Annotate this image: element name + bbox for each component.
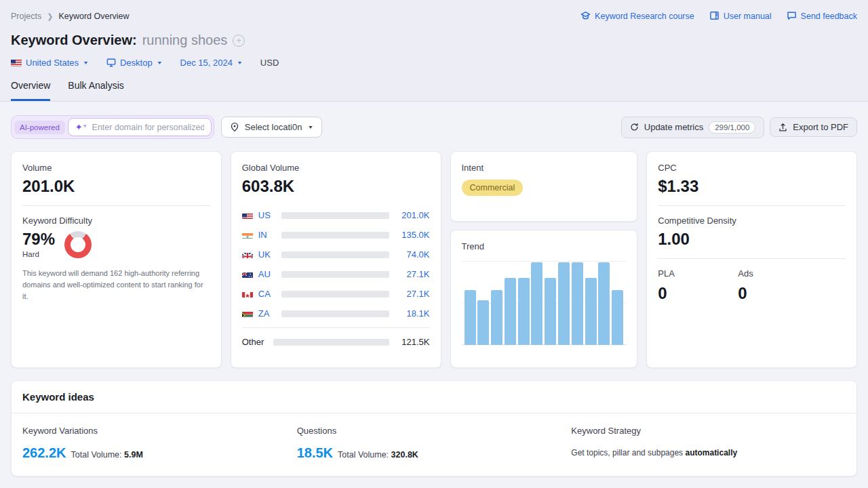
- update-metrics-button[interactable]: Update metrics 299/1,000: [621, 117, 765, 138]
- update-quota-badge: 299/1,000: [709, 121, 755, 134]
- volume-bar: [281, 271, 389, 278]
- chevron-down-icon: ▼: [237, 60, 243, 66]
- trend-bar-2: [477, 300, 489, 345]
- page-title-keyword: running shoes: [142, 33, 228, 48]
- add-keyword-icon[interactable]: +: [233, 35, 245, 47]
- country-filter[interactable]: United States ▼: [11, 58, 89, 68]
- breadcrumb-projects[interactable]: Projects: [11, 12, 41, 21]
- tab-bulk-analysis[interactable]: Bulk Analysis: [68, 80, 123, 101]
- export-pdf-label: Export to PDF: [793, 122, 848, 132]
- cpc-label: CPC: [658, 163, 846, 173]
- difficulty-donut-chart: [64, 231, 92, 258]
- keyword-difficulty-value: 79%: [22, 230, 55, 249]
- au-flag-icon: [242, 270, 253, 278]
- breadcrumb-current: Keyword Overview: [58, 12, 129, 21]
- keyword-ideas-card: Keyword ideas Keyword Variations 262.2K …: [11, 380, 857, 476]
- header-links: Keyword Research courseUser manualSend f…: [580, 11, 857, 22]
- country-code[interactable]: US: [258, 210, 276, 220]
- country-code[interactable]: CA: [258, 289, 276, 299]
- keyword-overview-page: Projects ❯ Keyword Overview Keyword Rese…: [0, 0, 868, 488]
- device-filter-label: Desktop: [120, 58, 153, 68]
- volume-bar: [273, 339, 389, 346]
- questions-total-value: 320.8K: [391, 450, 418, 460]
- location-select-label: Select locati0n: [245, 122, 302, 132]
- page-header: Projects ❯ Keyword Overview Keyword Rese…: [0, 0, 868, 102]
- keyword-difficulty-tag: Hard: [22, 250, 55, 258]
- keyword-variations-section: Keyword Variations 262.2K Total Volume: …: [22, 426, 297, 461]
- variations-total-value: 5.9M: [124, 450, 143, 460]
- ai-powered-badge: AI-powered: [14, 121, 65, 134]
- book-icon: [709, 11, 719, 22]
- export-icon: [778, 123, 787, 132]
- volume-value: 201.0K: [22, 177, 75, 196]
- ca-flag-icon: [242, 290, 253, 298]
- ai-domain-group: AI-powered ✦⁺: [11, 115, 214, 139]
- country-row-uk: UK74.0K: [242, 245, 430, 264]
- domain-input[interactable]: [92, 123, 204, 132]
- country-code[interactable]: IN: [258, 230, 276, 240]
- update-metrics-label: Update metrics: [644, 122, 703, 132]
- keyword-research-course-link[interactable]: Keyword Research course: [580, 11, 694, 22]
- cpc-value: $1.33: [658, 177, 846, 196]
- chevron-right-icon: ❯: [47, 12, 53, 21]
- other-volume: 121.5K: [395, 337, 430, 347]
- user-manual-link[interactable]: User manual: [709, 11, 772, 22]
- us-flag-icon: [11, 59, 22, 66]
- keyword-strategy-section: Keyword Strategy Get topics, pillar and …: [571, 426, 846, 461]
- questions-section: Questions 18.5K Total Volume: 320.8K: [297, 426, 572, 461]
- device-filter[interactable]: Desktop ▼: [106, 58, 163, 68]
- refresh-icon: [630, 123, 639, 131]
- country-filter-label: United States: [26, 58, 79, 68]
- intent-label: Intent: [462, 163, 627, 173]
- keyword-difficulty-note: This keyword will demand 162 high-author…: [22, 268, 210, 302]
- trend-card: Trend: [450, 230, 638, 368]
- volume-bar: [281, 251, 389, 258]
- export-pdf-button[interactable]: Export to PDF: [770, 117, 857, 137]
- country-code[interactable]: ZA: [258, 308, 276, 319]
- strategy-text: Get topics, pillar and subpages: [571, 448, 685, 458]
- trend-bar-5: [518, 278, 530, 345]
- questions-count[interactable]: 18.5K: [297, 445, 333, 461]
- trend-bar-9: [572, 262, 583, 345]
- country-volume-list: US201.0KIN135.0KUK74.0KAU27.1KCA27.1KZA1…: [242, 205, 430, 352]
- us-flag-icon: [242, 211, 253, 219]
- trend-bar-4: [505, 278, 516, 345]
- intent-badge[interactable]: Commercial: [462, 180, 524, 196]
- country-volume: 27.1K: [395, 289, 430, 299]
- country-row-us: US201.0K: [242, 205, 430, 225]
- volume-bar: [281, 310, 389, 317]
- volume-bar: [281, 291, 389, 298]
- send-feedback-link[interactable]: Send feedback: [787, 11, 857, 22]
- questions-label: Questions: [297, 426, 572, 436]
- trend-bar-10: [585, 278, 597, 345]
- volume-bar: [281, 232, 389, 239]
- strategy-text-bold: automatically: [685, 448, 737, 458]
- trend-bar-7: [545, 278, 556, 345]
- country-code[interactable]: AU: [258, 269, 276, 279]
- location-pin-icon: [230, 122, 239, 132]
- ads-label: Ads: [738, 268, 818, 279]
- country-row-ca: CA27.1K: [242, 284, 430, 304]
- date-filter[interactable]: Dec 15, 2024 ▼: [180, 58, 243, 68]
- main-content: AI-powered ✦⁺ Select locati0n ▼ Update m…: [0, 102, 868, 488]
- chat-icon: [787, 11, 797, 22]
- keyword-ideas-title: Keyword ideas: [12, 381, 856, 413]
- trend-bar-11: [598, 262, 610, 345]
- trend-bar-12: [612, 290, 623, 345]
- keyword-difficulty-label: Keyword Difficulty: [22, 216, 210, 226]
- chevron-down-icon: ▼: [157, 60, 163, 66]
- competitive-density-label: Competitive Density: [658, 216, 846, 226]
- volume-bar: [281, 212, 389, 219]
- page-title: Keyword Overview:: [11, 33, 137, 48]
- other-label: Other: [242, 337, 268, 347]
- date-filter-label: Dec 15, 2024: [180, 58, 233, 68]
- country-row-au: AU27.1K: [242, 264, 430, 284]
- tab-overview[interactable]: Overview: [11, 80, 50, 101]
- country-volume: 201.0K: [395, 210, 430, 220]
- country-row-za: ZA18.1K: [242, 304, 430, 323]
- global-volume-label: Global Volume: [242, 163, 430, 173]
- keyword-variations-count[interactable]: 262.2K: [22, 445, 66, 461]
- ads-value: 0: [738, 284, 818, 303]
- location-select[interactable]: Select locati0n ▼: [221, 117, 322, 138]
- country-code[interactable]: UK: [258, 249, 276, 260]
